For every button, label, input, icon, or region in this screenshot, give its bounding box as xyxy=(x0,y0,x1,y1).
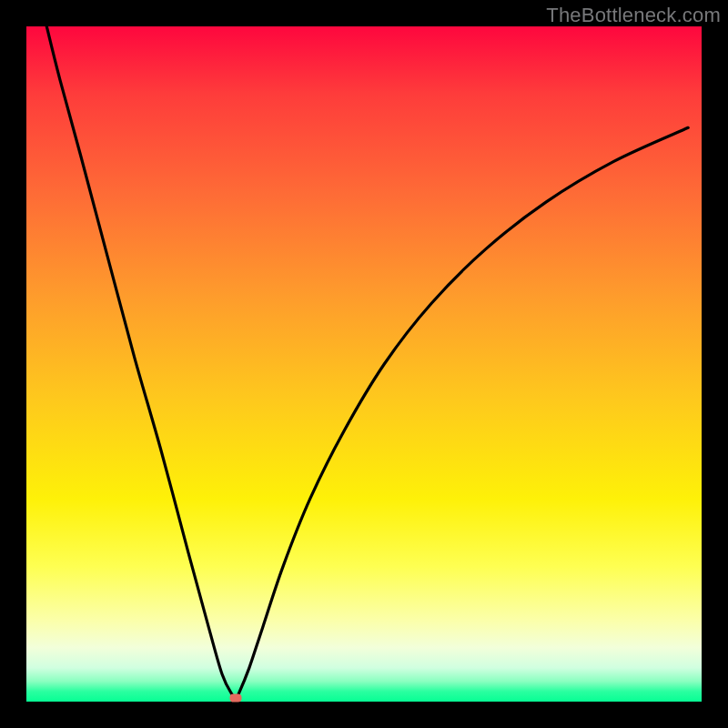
curve-path xyxy=(46,26,688,698)
chart-frame: TheBottleneck.com xyxy=(0,0,728,728)
plot-area xyxy=(26,26,702,702)
minimum-marker xyxy=(230,694,242,703)
bottleneck-curve xyxy=(26,26,702,702)
watermark-text: TheBottleneck.com xyxy=(546,4,721,27)
